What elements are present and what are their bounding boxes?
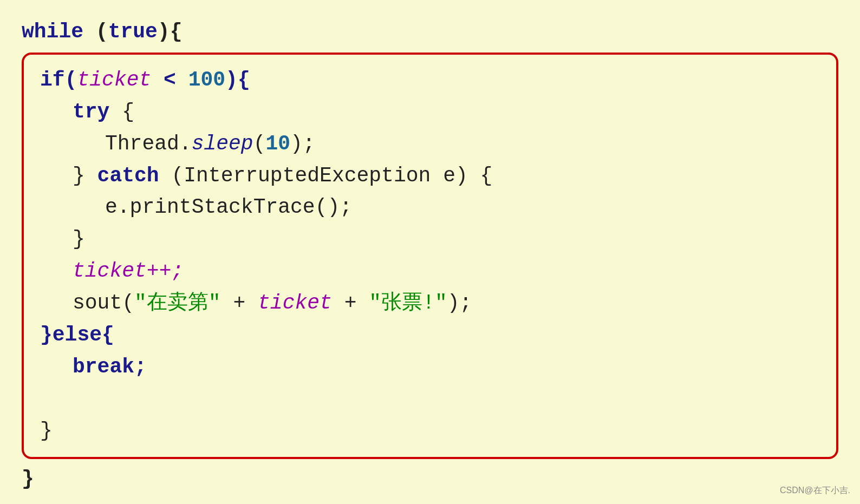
print-stack-line: e.printStackTrace(); bbox=[40, 192, 820, 224]
close-while-line: } bbox=[22, 463, 838, 495]
sout-line: sout("在卖第" + ticket + "张票!"); bbox=[40, 287, 820, 319]
ticket-inc-line: ticket++; bbox=[40, 256, 820, 287]
catch-line: } catch (InterruptedException e) { bbox=[40, 160, 820, 192]
red-box: if(ticket < 100){ try { Thread.sleep(10)… bbox=[22, 53, 838, 459]
empty-line bbox=[40, 383, 820, 415]
code-display: while (true){ if(ticket < 100){ try { Th… bbox=[0, 0, 860, 504]
if-line: if(ticket < 100){ bbox=[40, 64, 820, 96]
close-catch-line: } bbox=[40, 224, 820, 256]
else-line: }else{ bbox=[40, 319, 820, 351]
watermark: CSDN@在下小吉. bbox=[780, 484, 850, 498]
while-line: while (true){ bbox=[22, 16, 838, 48]
break-line: break; bbox=[40, 351, 820, 383]
try-line: try { bbox=[40, 96, 820, 128]
close-if-line: } bbox=[40, 415, 820, 447]
thread-sleep-line: Thread.sleep(10); bbox=[40, 128, 820, 160]
